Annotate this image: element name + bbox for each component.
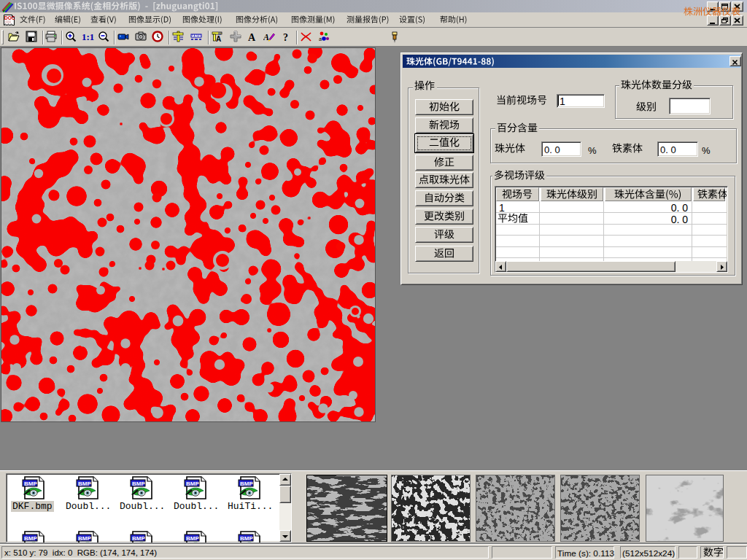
svg-text:?: ?	[283, 32, 288, 43]
svg-text:BMP: BMP	[186, 481, 199, 487]
svg-text:A: A	[248, 32, 256, 43]
svg-text:a: a	[319, 36, 322, 42]
svg-text:BMP: BMP	[24, 481, 37, 487]
svg-text:BMP: BMP	[132, 481, 145, 487]
svg-text:BMP: BMP	[132, 535, 145, 542]
svg-text:BMP: BMP	[240, 535, 253, 542]
svg-text:DOC: DOC	[4, 15, 15, 20]
svg-text:1:1: 1:1	[82, 31, 94, 42]
svg-text:BMP: BMP	[186, 535, 199, 542]
svg-text:BMP: BMP	[78, 481, 91, 487]
svg-text:BMP: BMP	[240, 481, 253, 487]
svg-text:BMP: BMP	[78, 535, 91, 542]
svg-text:BMP: BMP	[24, 535, 37, 542]
svg-text:A: A	[216, 35, 221, 43]
svg-text:A: A	[263, 32, 269, 42]
